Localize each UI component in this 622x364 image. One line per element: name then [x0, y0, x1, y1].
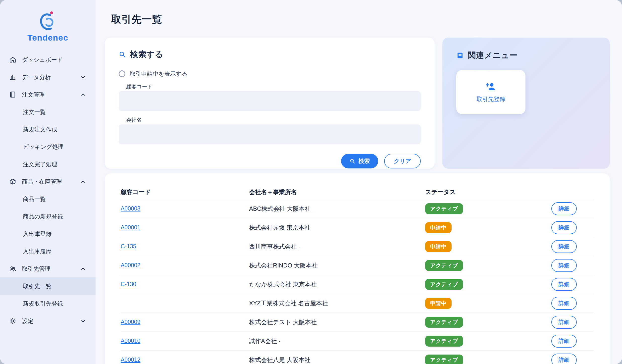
chevron-up-icon [80, 91, 87, 98]
search-button-label: 検索 [358, 157, 370, 165]
search-icon [119, 51, 126, 58]
partner-table: 顧客コード 会社名＋事業所名 ステータス A00003ABC株式会社 大阪本社ア… [105, 173, 610, 364]
search-title: 検索する [130, 49, 163, 60]
related-menu-panel: 関連メニュー 取引先登録 [442, 38, 610, 169]
table-row: XYZ工業株式会社 名古屋本社申請中詳細 [121, 294, 594, 313]
menu-icon [456, 52, 464, 59]
company-name: 株式会社赤坂 東京本社 [249, 224, 425, 232]
detail-button[interactable]: 詳細 [551, 354, 577, 364]
company-name: XYZ工業株式会社 名古屋本社 [249, 299, 425, 307]
show-pending-radio-label: 取引申請中を表示する [130, 70, 188, 78]
search-actions: 検索 クリア [119, 154, 421, 168]
customer-code-link[interactable]: A00009 [121, 319, 140, 325]
company-name: ABC株式会社 大阪本社 [249, 205, 425, 213]
status-badge: アクティブ [425, 279, 463, 290]
sidebar-item-inventory[interactable]: 商品・在庫管理 [0, 173, 96, 190]
status-badge: アクティブ [425, 260, 463, 271]
chevron-up-icon [80, 178, 87, 185]
company-name: 株式会社八尾 大阪本社 [249, 356, 425, 364]
customer-code-link[interactable]: A00002 [121, 262, 140, 268]
table-row: C-130たなか株式会社 東京本社アクティブ詳細 [121, 275, 594, 294]
customer-code-link[interactable]: A00001 [121, 224, 140, 231]
search-button[interactable]: 検索 [341, 154, 378, 168]
table-row: A00002株式会社RINDO 大阪本社アクティブ詳細 [121, 256, 594, 275]
radio-circle-icon[interactable] [119, 70, 125, 77]
sidebar-subitem[interactable]: 取引先一覧 [0, 277, 96, 295]
customer-code-input[interactable] [119, 91, 421, 111]
inventory-icon [9, 178, 16, 185]
sidebar-item-analytics[interactable]: データ分析 [0, 68, 96, 86]
logo[interactable]: Tendenec [0, 6, 96, 49]
partners-icon [9, 265, 16, 272]
sidebar-subitem[interactable]: 入出庫履歴 [0, 243, 96, 260]
detail-button[interactable]: 詳細 [551, 335, 577, 348]
logo-text: Tendenec [0, 33, 96, 43]
sidebar-subitem[interactable]: 商品一覧 [0, 190, 96, 208]
search-panel-header: 検索する [119, 49, 421, 60]
table-body: A00003ABC株式会社 大阪本社アクティブ詳細A00001株式会社赤坂 東京… [121, 199, 594, 364]
sidebar: Tendenec ダッシュボードデータ分析注文管理注文一覧新規注文作成ピッキング… [0, 0, 96, 364]
sidebar-item-partners[interactable]: 取引先管理 [0, 260, 96, 277]
customer-code-link[interactable]: A00010 [121, 338, 140, 344]
company-name: たなか株式会社 東京本社 [249, 280, 425, 288]
sidebar-subitem[interactable]: 商品の新規登録 [0, 208, 96, 225]
gear-icon [9, 317, 16, 325]
chevron-up-icon [80, 265, 87, 272]
status-badge: 申請中 [425, 241, 452, 252]
related-menu-title: 関連メニュー [468, 50, 518, 61]
top-row: 検索する 取引申請中を表示する 顧客コード 会社名 [105, 38, 610, 169]
home-icon [9, 56, 16, 63]
status-badge: アクティブ [425, 203, 463, 214]
table-row: A00001株式会社赤坂 東京本社申請中詳細 [121, 218, 594, 237]
status-badge: アクティブ [425, 355, 463, 364]
detail-button[interactable]: 詳細 [551, 221, 577, 234]
detail-button[interactable]: 詳細 [551, 316, 577, 329]
main-content: 取引先一覧 検索する 取引申請中を表示する 顧客コード [96, 0, 622, 364]
customer-code-link[interactable]: C-130 [121, 281, 136, 287]
sidebar-item-label: 注文管理 [22, 91, 45, 99]
detail-button[interactable]: 詳細 [551, 240, 577, 253]
customer-code-link[interactable]: A00003 [121, 205, 140, 212]
company-name-input[interactable] [119, 124, 421, 144]
table-header-row: 顧客コード 会社名＋事業所名 ステータス [121, 185, 594, 199]
customer-code-link[interactable]: A00012 [121, 357, 140, 363]
detail-button[interactable]: 詳細 [551, 202, 577, 215]
customer-code-link[interactable]: C-135 [121, 243, 136, 250]
col-header-code: 顧客コード [121, 188, 249, 196]
company-name: 株式会社テスト 大阪本社 [249, 318, 425, 326]
sidebar-item-dashboard[interactable]: ダッシュボード [0, 51, 96, 68]
company-name: 西川商事株式会社 - [249, 243, 425, 251]
chevron-down-icon [80, 74, 87, 81]
show-pending-radio[interactable]: 取引申請中を表示する [119, 70, 421, 78]
orders-icon [9, 91, 16, 98]
sidebar-subitem[interactable]: 入出庫登録 [0, 225, 96, 243]
register-partner-label: 取引先登録 [477, 95, 505, 103]
logo-icon [36, 10, 60, 32]
status-badge: 申請中 [425, 298, 452, 309]
app-window: Tendenec ダッシュボードデータ分析注文管理注文一覧新規注文作成ピッキング… [0, 0, 622, 364]
sidebar-subitem[interactable]: 新規取引先登録 [0, 295, 96, 312]
sidebar-item-label: データ分析 [22, 73, 51, 81]
sidebar-subitem[interactable]: 注文一覧 [0, 103, 96, 121]
sidebar-item-settings[interactable]: 設定 [0, 312, 96, 330]
company-name: 株式会社RINDO 大阪本社 [249, 261, 425, 269]
sidebar-subitem[interactable]: 注文完了処理 [0, 156, 96, 173]
clear-button[interactable]: クリア [384, 154, 421, 168]
detail-button[interactable]: 詳細 [551, 278, 577, 291]
chevron-down-icon [80, 317, 87, 324]
sidebar-item-label: 商品・在庫管理 [22, 178, 62, 186]
sidebar-item-label: 設定 [22, 317, 33, 325]
sidebar-item-label: ダッシュボード [22, 56, 63, 64]
sidebar-item-orders[interactable]: 注文管理 [0, 86, 96, 103]
register-partner-button[interactable]: 取引先登録 [456, 70, 525, 114]
detail-button[interactable]: 詳細 [551, 297, 577, 310]
sidebar-subitem[interactable]: 新規注文作成 [0, 121, 96, 138]
sidebar-subitem[interactable]: ピッキング処理 [0, 138, 96, 156]
company-name: 試作A会社 - [249, 337, 425, 345]
detail-button[interactable]: 詳細 [551, 259, 577, 272]
status-badge: アクティブ [425, 317, 463, 328]
table-row: C-135西川商事株式会社 -申請中詳細 [121, 237, 594, 256]
sidebar-nav: ダッシュボードデータ分析注文管理注文一覧新規注文作成ピッキング処理注文完了処理商… [0, 51, 96, 330]
person-add-icon [486, 81, 496, 92]
company-name-field: 会社名 [119, 116, 421, 144]
